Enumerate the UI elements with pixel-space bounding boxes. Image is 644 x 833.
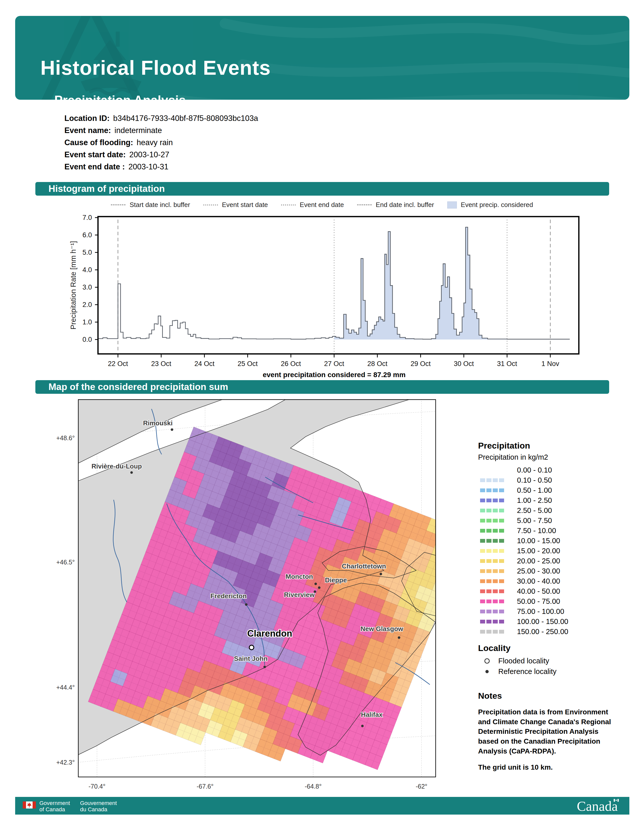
section-histogram-header: Histogram of precipitation (35, 182, 609, 196)
y-tick-label: 1.0 (82, 318, 92, 326)
flooded-locality-icon (485, 658, 490, 664)
reference-locality-marker (263, 666, 266, 668)
y-tick-label: 5.0 (82, 249, 92, 256)
notes-body: Precipitation data is from Environment a… (478, 707, 620, 756)
lat-label: +42.3° (56, 759, 75, 766)
locality-title: Locality (478, 643, 635, 653)
x-tick-label: 30 Oct (454, 360, 474, 368)
lon-label: -62° (416, 783, 427, 790)
y-tick-label: 3.0 (82, 283, 92, 291)
class-swatch-icon (480, 509, 512, 512)
section-map-header: Map of the considered precipitation sum (35, 380, 609, 394)
precip-class-row: 50.00 - 75.00 (478, 596, 635, 606)
canada-wordmark: Canada (577, 798, 618, 814)
y-tick-label: 0.0 (82, 336, 92, 343)
x-tick-label: 24 Oct (195, 360, 215, 368)
precipitation-classes: 0.00 - 0.100.10 - 0.500.50 - 1.001.00 - … (478, 465, 635, 637)
y-tick-label: 6.0 (82, 231, 92, 239)
x-tick-label: 1 Nov (541, 360, 559, 368)
x-axis-label: event precipitation considered = 87.29 m… (262, 371, 406, 379)
x-tick-label: 25 Oct (238, 360, 258, 368)
precip-class-row: 40.00 - 50.00 (478, 586, 635, 596)
precip-class-row: 0.50 - 1.00 (478, 485, 635, 495)
lon-label: -64.8° (305, 783, 322, 790)
city-label-flooded: Clarendon (247, 628, 292, 638)
x-tick-label: 22 Oct (108, 360, 128, 368)
reference-locality-marker (171, 428, 173, 431)
city-label: Moncton (286, 573, 313, 581)
city-label: Riverview (284, 591, 315, 598)
class-swatch-icon (480, 519, 512, 523)
x-tick-label: 29 Oct (411, 360, 431, 368)
class-swatch-icon (480, 539, 512, 543)
y-axis-label: Precipitation Rate [mm h⁻¹] (69, 241, 77, 330)
class-swatch-icon (480, 468, 512, 472)
map-legend-subtitle: Precipitation in kg/m2 (478, 453, 635, 462)
precip-class-row: 10.00 - 15.00 (478, 536, 635, 546)
precipitation-histogram: 0.01.02.03.04.05.06.07.022 Oct23 Oct24 O… (0, 197, 644, 381)
reference-locality-marker (245, 603, 248, 606)
x-tick-label: 31 Oct (497, 360, 517, 368)
x-tick-label: 23 Oct (151, 360, 171, 368)
city-label: Halifax (361, 711, 383, 719)
precip-class-row: 5.00 - 7.50 (478, 515, 635, 526)
metadata-row: Event name:indeterminate (64, 124, 258, 137)
city-label: Charlottetown (342, 563, 386, 570)
reference-locality-marker (398, 636, 400, 639)
page-subtitle: Precipitation Analysis (54, 93, 186, 100)
reference-locality-marker (318, 586, 320, 589)
event-metadata: Location ID:b34b4176-7933-40bf-87f5-8080… (64, 113, 258, 173)
header-banner: Historical Flood Events Precipitation An… (15, 16, 630, 100)
y-tick-label: 7.0 (82, 214, 92, 221)
class-swatch-icon (480, 609, 512, 613)
city-label: Rivière-du-Loup (92, 462, 142, 470)
city-label: Fredericton (210, 592, 246, 600)
class-swatch-icon (480, 489, 512, 492)
precip-class-row: 15.00 - 20.00 (478, 546, 635, 556)
map-legend-panel: Precipitation Precipitation in kg/m2 0.0… (478, 441, 635, 772)
precip-class-row: 100.00 - 150.00 (478, 616, 635, 627)
precip-class-row: 20.00 - 25.00 (478, 556, 635, 566)
notes-title: Notes (478, 691, 635, 701)
lon-label: -70.4° (89, 783, 106, 790)
class-swatch-icon (480, 499, 512, 502)
precip-class-row: 25.00 - 30.00 (478, 566, 635, 576)
precip-class-row: 150.00 - 250.00 (478, 627, 635, 637)
precip-class-row: 1.00 - 2.50 (478, 495, 635, 505)
canada-flag-icon (23, 801, 36, 809)
precip-class-row: 0.00 - 0.10 (478, 465, 635, 475)
city-label: Rimouski (143, 419, 172, 427)
precip-class-row: 7.50 - 10.00 (478, 526, 635, 536)
locality-row: Flooded locality (478, 656, 635, 666)
class-swatch-icon (480, 569, 512, 573)
lat-label: +44.4° (56, 684, 75, 691)
class-swatch-icon (480, 630, 512, 634)
precip-class-row: 75.00 - 100.00 (478, 606, 635, 616)
reference-locality-marker (314, 582, 317, 585)
lat-label: +48.6° (56, 434, 75, 442)
metadata-row: Location ID:b34b4176-7933-40bf-87f5-8080… (64, 113, 258, 124)
y-tick-label: 2.0 (82, 301, 92, 309)
canada-wordmark-flag-icon (614, 799, 619, 802)
locality-row: Reference locality (478, 666, 635, 677)
class-swatch-icon (480, 620, 512, 624)
y-tick-label: 4.0 (82, 266, 92, 273)
precip-class-row: 30.00 - 40.00 (478, 576, 635, 586)
city-label: New Glasgow (361, 625, 403, 633)
city-label: Saint John (234, 655, 268, 663)
precip-class-row: 2.50 - 5.00 (478, 505, 635, 515)
reference-locality-icon (485, 670, 489, 673)
metadata-row: Event start date:2003-10-27 (64, 149, 258, 161)
x-tick-label: 28 Oct (367, 360, 387, 368)
class-swatch-icon (480, 478, 512, 482)
class-swatch-icon (480, 600, 512, 603)
reference-locality-marker (130, 471, 133, 474)
lon-label: -67.6° (197, 783, 214, 790)
precip-class-row: 0.10 - 0.50 (478, 475, 635, 485)
lat-label: +46.5° (56, 559, 75, 566)
class-swatch-icon (480, 589, 512, 593)
class-swatch-icon (480, 559, 512, 563)
locality-items: Flooded localityReference locality (478, 656, 635, 677)
city-label: Dieppe (325, 576, 347, 584)
class-swatch-icon (480, 549, 512, 553)
